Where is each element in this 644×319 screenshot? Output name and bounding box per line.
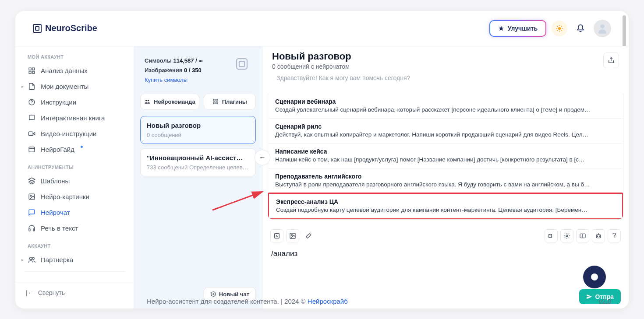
svg-point-40 — [291, 234, 293, 235]
share-button[interactable] — [603, 53, 619, 68]
svg-rect-17 — [29, 147, 35, 152]
logo[interactable]: NeuroScribe — [33, 23, 97, 33]
chat-bubble-button[interactable] — [583, 266, 606, 288]
prompt-library-button[interactable] — [270, 229, 283, 242]
plugins-button[interactable]: Плагины — [204, 94, 256, 110]
svg-rect-10 — [29, 68, 31, 70]
sidebar-item-анализ-данных[interactable]: Анализ данных — [15, 63, 134, 79]
svg-point-46 — [599, 236, 599, 236]
svg-line-7 — [557, 30, 558, 31]
avatar-icon — [596, 22, 609, 35]
gear-icon — [563, 232, 570, 239]
conversation-panel: ← Новый разговор 0 сообщений с нейрочато… — [262, 46, 629, 308]
templates-list: Сценарии вебинараСоздай увлекательный сц… — [268, 94, 623, 220]
svg-rect-15 — [28, 132, 33, 136]
svg-point-24 — [29, 257, 32, 260]
chat-card[interactable]: Новый разговор0 сообщений — [140, 116, 256, 144]
sidebar-item-нейрогайд[interactable]: НейроГайд — [15, 142, 134, 158]
template-item[interactable]: Написание кейсаНапиши кейс о том, как на… — [268, 143, 623, 168]
chat-input[interactable] — [269, 247, 622, 261]
svg-rect-12 — [29, 71, 31, 74]
image-icon — [289, 232, 296, 239]
sidebar-item-label: Нейрочат — [41, 209, 70, 216]
sidebar-item-нейро-картинки[interactable]: Нейро-картинки — [15, 189, 134, 205]
sidebar-item-нейрочат[interactable]: Нейрочат — [15, 205, 134, 221]
template-title: Написание кейса — [275, 148, 616, 155]
collapse-sidebar-button[interactable]: |← Свернуть — [15, 283, 134, 302]
buy-symbols-link[interactable]: Купить символы — [145, 75, 203, 85]
sidebar-item-речь-в-текст[interactable]: Речь в текст — [15, 221, 134, 236]
notifications-button[interactable] — [573, 21, 588, 36]
magic-button[interactable] — [302, 229, 315, 242]
svg-line-5 — [557, 26, 558, 27]
brand-name: NeuroScribe — [45, 23, 97, 33]
sidebar-item-видео-инструкции[interactable]: Видео-инструкции — [15, 126, 134, 142]
grid-icon — [28, 67, 35, 74]
chat-card-subtitle: 733 сообщений Определение целевы… — [147, 164, 249, 171]
notification-dot — [81, 146, 83, 148]
chat-bubble-icon — [589, 272, 600, 282]
sidebar-item-label: Анализ данных — [41, 67, 88, 74]
template-description: Напиши кейс о том, как наш [продукт/услу… — [275, 156, 616, 163]
svg-rect-27 — [239, 61, 244, 67]
template-description: Действуй, как опытный копирайтер и марке… — [275, 131, 616, 138]
sidebar-item-label: Шаблоны — [41, 177, 70, 185]
svg-rect-13 — [32, 71, 34, 74]
sun-icon — [556, 25, 563, 32]
chat-list-panel: Символы 114,587 / ∞ Изображения 0 / 350 … — [134, 46, 262, 308]
images-label: Изображения — [145, 67, 182, 74]
footer-link[interactable]: Нейроскрайб — [308, 298, 348, 305]
bell-icon — [576, 24, 585, 33]
users-icon — [28, 256, 35, 263]
sidebar-item-label: Интерактивная книга — [41, 114, 105, 122]
columns-icon — [579, 232, 586, 239]
plugins-icon — [212, 98, 219, 105]
new-chat-label: Новый чат — [219, 291, 249, 298]
sidebar-item-label: Мои документы — [41, 83, 88, 90]
svg-point-48 — [591, 273, 598, 280]
neuroteam-button[interactable]: Нейрокоманда — [140, 94, 199, 110]
sidebar-item-label: Речь в текст — [41, 224, 78, 232]
model-button[interactable] — [592, 229, 605, 242]
template-item[interactable]: Сценарии вебинараСоздай увлекательный сц… — [268, 94, 623, 118]
section-title-tools: AI-ИНСТРУМЕНТЫ — [15, 163, 134, 173]
upgrade-button[interactable]: Улучшить — [489, 20, 546, 37]
template-item[interactable]: Экспресс-анализ ЦАСоздай подробную карту… — [268, 193, 623, 220]
chat-card-title: Новый разговор — [147, 122, 249, 129]
settings-button[interactable] — [560, 229, 573, 242]
robot-icon — [595, 232, 602, 239]
conversation-subtitle: 0 сообщений с нейрочатом — [272, 63, 351, 70]
plus-circle-icon — [210, 291, 216, 297]
svg-line-8 — [561, 26, 562, 27]
doc-icon — [28, 83, 35, 90]
sidebar-item-label: Инструкции — [41, 98, 76, 106]
svg-line-6 — [561, 30, 562, 31]
svg-rect-31 — [216, 99, 218, 101]
sidebar-item-label: Видео-инструкции — [41, 130, 96, 137]
sidebar-item-партнерка[interactable]: ▸Партнерка — [15, 252, 134, 268]
sidebar: МОЙ АККАУНТ Анализ данных▸Мои документыИ… — [15, 46, 134, 308]
svg-rect-26 — [237, 59, 247, 69]
sidebar-item-инструкции[interactable]: Инструкции — [15, 95, 134, 110]
user-avatar[interactable] — [594, 20, 611, 37]
template-item[interactable]: Преподаватель английскогоВыступай в роли… — [268, 168, 623, 193]
layout-button[interactable] — [576, 229, 589, 242]
svg-rect-32 — [213, 102, 215, 104]
theme-toggle[interactable] — [552, 21, 567, 36]
collapse-label: Свернуть — [38, 289, 65, 296]
section-title-account: МОЙ АККАУНТ — [15, 53, 134, 63]
attach-image-button[interactable] — [286, 229, 299, 242]
chat-card[interactable]: "Инновационный AI-ассист…733 сообщений О… — [140, 148, 256, 176]
svg-rect-23 — [33, 229, 35, 231]
image-icon — [28, 193, 35, 200]
help-button[interactable]: ? — [608, 229, 621, 242]
extension-button[interactable] — [545, 229, 558, 242]
sidebar-item-интерактивная-книга[interactable]: Интерактивная книга — [15, 110, 134, 126]
svg-point-29 — [148, 100, 149, 102]
collapse-chatlist-button[interactable]: ← — [255, 150, 270, 165]
sidebar-item-шаблоны[interactable]: Шаблоны — [15, 173, 134, 189]
chat-icon — [28, 209, 35, 216]
sidebar-item-мои-документы[interactable]: ▸Мои документы — [15, 79, 134, 95]
template-item[interactable]: Сценарий рилсДействуй, как опытный копир… — [268, 118, 623, 143]
svg-marker-19 — [28, 178, 35, 181]
